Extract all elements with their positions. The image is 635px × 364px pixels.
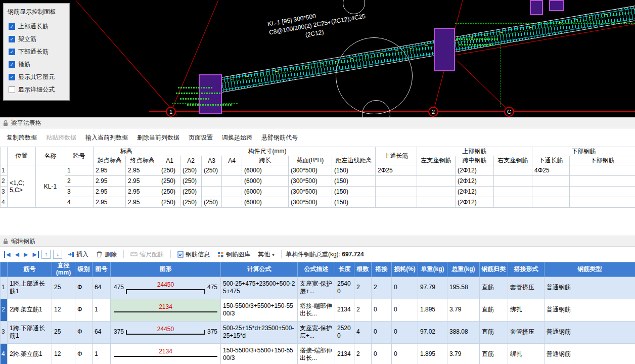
cell-span-len[interactable]: (6000) [242,165,289,176]
cell-left-support[interactable] [417,187,456,197]
cell-level[interactable]: Φ [75,321,93,343]
cell-diameter[interactable]: 25 [52,277,75,299]
copy-span-button[interactable]: 复制跨数据 [2,132,41,144]
row-number[interactable]: 4 [1,343,8,364]
cell-a4[interactable] [222,197,242,208]
cell-span[interactable]: 2 [65,176,94,187]
cad-viewport[interactable]: KL-1 [95] 300*500 C8@100/200(2) 2C25+(2C… [0,0,635,117]
cell-end-elev[interactable]: 2.95 [126,197,159,208]
cell-length[interactable]: 2134 [335,299,354,321]
cell-figure-no[interactable]: 1 [93,299,111,321]
cell-a4[interactable] [222,176,242,187]
cell-length[interactable]: 25200 [335,321,354,343]
cell-a3[interactable] [202,187,222,197]
cell-section[interactable]: (300*500) [289,197,332,208]
cell-category[interactable]: 直筋 [480,299,508,321]
move-row-down-button[interactable]: ↓ [53,250,62,259]
row-number[interactable]: 2 [1,299,8,321]
cell-diameter[interactable]: 25 [52,321,75,343]
cell-top-through[interactable] [376,176,417,187]
checkbox-stirrups[interactable]: ✓ 箍筋 [4,58,69,71]
cell-lap[interactable]: 0 [372,343,392,364]
cell-a2[interactable]: (250) [180,165,202,176]
cell-span-len[interactable]: (6000) [242,176,289,187]
cell-level[interactable]: Φ [75,343,93,364]
cell-top-through[interactable]: 2Φ25 [376,165,417,176]
cell-position[interactable]: <1,C; 5,C> [8,165,36,208]
checkbox-bottom-through-bars[interactable]: ✓ 下部通长筋 [4,46,69,58]
cell-dist-left[interactable]: (150) [332,197,376,208]
checkbox-icon[interactable] [9,86,15,93]
checkbox-top-through-bars[interactable]: ✓ 上部通长筋 [4,20,69,33]
cell-formula[interactable]: 150-5500/3+5500+150-5500/3 [221,299,298,321]
move-row-up-button[interactable]: ↑ [41,250,51,259]
cell-rebar-type[interactable]: 普通钢筋 [545,321,635,343]
cell-span[interactable]: 3 [65,187,94,197]
cell-total-weight[interactable]: 3.79 [447,343,480,364]
cell-span[interactable]: 1 [65,165,94,176]
page-setup-button[interactable]: 页面设置 [184,132,217,144]
cell-a1[interactable]: (250) [159,197,180,208]
cell-dist-left[interactable]: (150) [332,176,376,187]
cell-formula-desc[interactable]: 支座宽-保护层+... [298,321,335,343]
cell-unit-weight[interactable]: 97.79 [418,277,447,299]
cell-bottom-bars[interactable] [570,187,635,197]
cell-loss[interactable]: 0 [392,277,418,299]
cell-bottom-bars[interactable] [570,165,635,176]
cell-category[interactable]: 直筋 [480,277,508,299]
cell-formula-desc[interactable]: 搭接-端部伸出长... [298,299,335,321]
cell-start-elev[interactable]: 2.95 [94,197,126,208]
cell-total-weight[interactable]: 195.58 [447,277,480,299]
cell-shape[interactable]: 2134 [111,299,221,321]
cell-dist-left[interactable]: (150) [332,165,376,176]
cell-shape[interactable]: 375 24450 375 [111,321,221,343]
cell-loss[interactable]: 0 [392,321,418,343]
cell-length[interactable]: 2134 [335,343,354,364]
cell-section[interactable]: (300*500) [289,176,332,187]
cell-a1[interactable]: (250) [159,187,180,197]
cell-bottom-through[interactable]: 4Φ25 [532,165,570,176]
cell-mid-span[interactable]: (2Φ12) [456,165,494,176]
cell-length[interactable]: 25400 [335,277,354,299]
checkbox-icon[interactable]: ✓ [9,74,15,80]
cell-diameter[interactable]: 12 [52,299,75,321]
cell-bar-name[interactable]: 2跨.架立筋1 [8,299,52,321]
last-record-button[interactable]: ▶ [31,251,38,258]
cell-a2[interactable]: (250) [180,197,202,208]
cell-formula[interactable]: 150-5500/3+5500+150-5500/3 [221,343,298,364]
first-record-button[interactable]: ◀ [4,251,11,258]
rebar-library-button[interactable]: 钢筋图库 [215,249,253,260]
cell-unit-weight[interactable]: 1.895 [418,343,447,364]
checkbox-icon[interactable]: ✓ [9,49,15,55]
cell-top-through[interactable] [376,187,417,197]
cell-loss[interactable]: 0 [392,299,418,321]
next-record-button[interactable]: ▶ [23,251,29,258]
cell-right-support[interactable] [494,197,532,208]
cell-lap[interactable]: 0 [372,321,392,343]
cell-unit-weight[interactable]: 1.895 [418,299,447,321]
cell-span-len[interactable]: (6000) [242,197,289,208]
cell-bar-name[interactable]: 1跨.上部通长筋1 [8,277,52,299]
previous-record-button[interactable]: ◀ [14,251,20,258]
beam-graphic[interactable] [200,5,635,96]
cell-bar-name[interactable]: 2跨.架立筋1 [8,343,52,364]
input-column-button[interactable]: 输入当前列数据 [81,132,132,144]
other-menu-button[interactable]: 其他 ▾ [255,249,277,260]
cell-loss[interactable]: 0 [392,343,418,364]
cell-left-support[interactable] [417,165,456,176]
cell-lap-type[interactable]: 绑扎 [508,299,545,321]
cell-end-elev[interactable]: 2.95 [126,187,159,197]
cell-count[interactable]: 2 [354,299,372,321]
checkbox-show-detailed-formula[interactable]: 显示详细公式 [4,83,69,96]
cell-rebar-type[interactable]: 普通钢筋 [545,343,635,364]
cell-lap[interactable]: 0 [372,299,392,321]
cell-figure-no[interactable]: 64 [93,321,111,343]
cell-formula[interactable]: 500-25+475+23500+500-25+475 [221,277,298,299]
row-number[interactable]: 3 [1,321,8,343]
cell-formula-desc[interactable]: 支座宽-保护层+... [298,277,335,299]
cell-count[interactable]: 2 [354,343,372,364]
cell-shape[interactable]: 475 24450 475 [111,277,221,299]
cantilever-code-button[interactable]: 悬臂钢筋代号 [257,132,302,144]
cell-section[interactable]: (300*500) [289,187,332,197]
cell-dist-left[interactable]: (150) [332,187,376,197]
